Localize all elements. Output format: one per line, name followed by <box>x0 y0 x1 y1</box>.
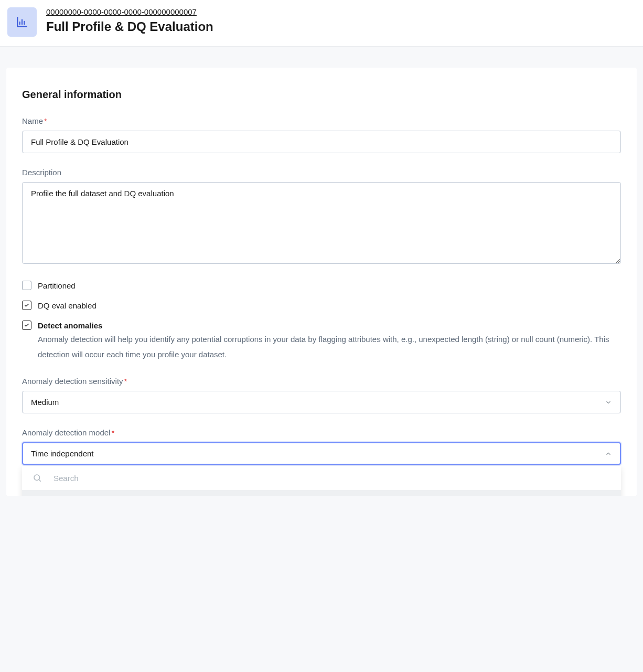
dropdown-search-bar <box>22 466 621 490</box>
chevron-down-icon <box>605 399 612 406</box>
model-group: Anomaly detection model* Time independen… <box>22 428 621 465</box>
svg-point-0 <box>34 475 40 481</box>
description-label: Description <box>22 168 621 177</box>
partitioned-group: Partitioned <box>22 281 621 290</box>
dq-eval-group: DQ eval enabled <box>22 301 621 310</box>
chevron-up-icon <box>605 450 612 457</box>
name-group: Name* <box>22 116 621 153</box>
model-select-wrapper: Time independent Time independent Time d… <box>22 442 621 465</box>
breadcrumb-id-link[interactable]: 00000000-0000-0000-0000-000000000007 <box>46 7 197 16</box>
required-indicator: * <box>124 377 127 386</box>
page-header: 00000000-0000-0000-0000-000000000007 Ful… <box>0 0 643 47</box>
name-input[interactable] <box>22 131 621 153</box>
detect-anomalies-group: Detect anomalies <box>22 321 621 330</box>
sensitivity-label: Anomaly detection sensitivity* <box>22 377 621 386</box>
partitioned-checkbox[interactable] <box>22 281 31 290</box>
model-select[interactable]: Time independent <box>22 442 621 465</box>
partitioned-label: Partitioned <box>38 281 76 290</box>
check-icon <box>24 322 30 328</box>
dropdown-search-input[interactable] <box>53 474 610 483</box>
detect-anomalies-label: Detect anomalies <box>38 321 102 330</box>
model-value: Time independent <box>31 449 94 458</box>
description-group: Description Profile the full dataset and… <box>22 168 621 266</box>
page-title: Full Profile & DQ Evaluation <box>46 19 213 34</box>
model-label: Anomaly detection model* <box>22 428 621 437</box>
sensitivity-select[interactable]: Medium <box>22 391 621 413</box>
dq-eval-checkbox[interactable] <box>22 301 31 310</box>
sensitivity-value: Medium <box>31 398 59 407</box>
chart-icon-badge <box>7 7 37 37</box>
header-text: 00000000-0000-0000-0000-000000000007 Ful… <box>46 7 213 34</box>
dropdown-option-time-independent[interactable]: Time independent <box>22 490 621 496</box>
search-icon <box>33 473 42 483</box>
sensitivity-select-wrapper: Medium <box>22 391 621 413</box>
dq-eval-label: DQ eval enabled <box>38 301 97 310</box>
general-information-card: General information Name* Description Pr… <box>6 68 637 496</box>
description-input[interactable]: Profile the full dataset and DQ evaluati… <box>22 182 621 264</box>
detect-anomalies-help: Anomaly detection will help you identify… <box>38 332 621 362</box>
detect-anomalies-checkbox[interactable] <box>22 321 31 330</box>
name-label: Name* <box>22 116 621 125</box>
bar-chart-icon <box>15 15 29 29</box>
section-title: General information <box>22 89 621 101</box>
sensitivity-group: Anomaly detection sensitivity* Medium <box>22 377 621 413</box>
required-indicator: * <box>44 116 47 125</box>
required-indicator: * <box>111 428 114 437</box>
check-icon <box>24 302 30 308</box>
model-dropdown: Time independent Time dependent <box>22 466 621 496</box>
